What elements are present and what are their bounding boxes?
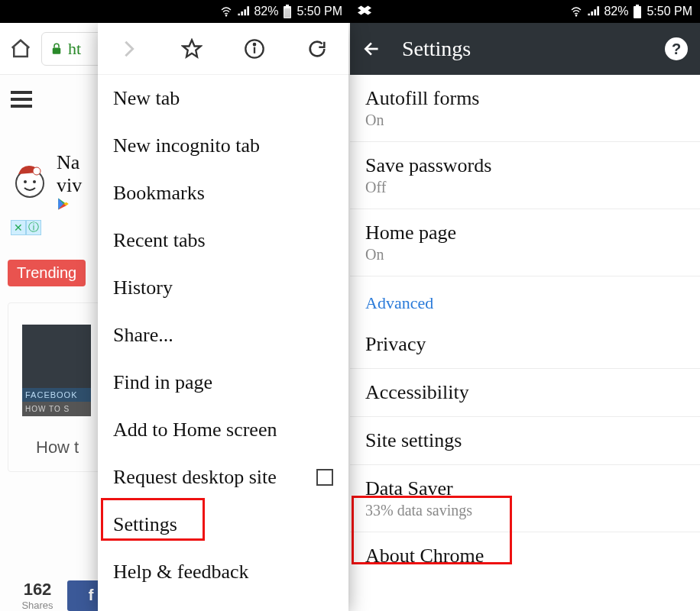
svg-rect-3 [284, 8, 290, 18]
article-thumbnail: FACEBOOK HOW TO S [22, 325, 91, 416]
signal-icon [587, 5, 599, 18]
status-bar-right: 82% 5:50 PM [350, 0, 700, 23]
menu-new-tab[interactable]: New tab [98, 75, 348, 122]
reload-icon[interactable] [306, 38, 328, 60]
dropbox-icon [358, 5, 371, 18]
svg-rect-20 [636, 5, 639, 6]
menu-new-incognito[interactable]: New incognito tab [98, 122, 348, 170]
svg-rect-2 [286, 5, 289, 6]
share-number: 162 [8, 580, 67, 600]
settings-about-chrome[interactable]: About Chrome [350, 532, 700, 580]
menu-icon-row [98, 23, 348, 75]
settings-section-advanced: Advanced [350, 276, 700, 321]
signal-icon [237, 5, 249, 18]
settings-privacy[interactable]: Privacy [350, 321, 700, 369]
clock-time: 5:50 PM [647, 5, 692, 18]
close-ad-icon[interactable]: ✕ [11, 220, 26, 235]
info-icon[interactable] [244, 38, 265, 60]
settings-site-settings[interactable]: Site settings [350, 417, 700, 465]
menu-share[interactable]: Share... [98, 312, 348, 359]
browser-overflow-menu: New tab New incognito tab Bookmarks Rece… [98, 23, 348, 611]
ad-block[interactable]: Na viv [11, 151, 82, 211]
settings-home-page[interactable]: Home page On [350, 209, 700, 276]
share-label: Shares [8, 600, 67, 611]
battery-percent: 82% [604, 5, 628, 18]
settings-title: Settings [402, 37, 645, 61]
screenshot-right: 82% 5:50 PM Settings ? Autofill forms On… [350, 0, 700, 611]
wifi-icon [570, 5, 582, 18]
menu-history[interactable]: History [98, 264, 348, 312]
clock-time: 5:50 PM [297, 5, 342, 18]
ad-choices[interactable]: ✕ ⓘ [11, 220, 41, 235]
star-icon[interactable] [181, 38, 203, 60]
svg-rect-4 [53, 47, 61, 53]
thumb-row1: FACEBOOK [22, 388, 91, 402]
menu-add-to-home[interactable]: Add to Home screen [98, 406, 348, 454]
svg-point-17 [254, 44, 255, 45]
settings-list[interactable]: Autofill forms On Save passwords Off Hom… [350, 75, 700, 611]
settings-accessibility[interactable]: Accessibility [350, 369, 700, 417]
help-icon[interactable]: ? [665, 37, 688, 60]
svg-point-6 [24, 180, 27, 183]
menu-request-desktop[interactable]: Request desktop site [98, 454, 348, 501]
screenshot-left: 82% 5:50 PM ht [0, 0, 350, 611]
ad-text-line2: viv [57, 174, 82, 197]
wifi-icon [220, 5, 232, 18]
share-count: 162 Shares [8, 580, 67, 611]
settings-autofill-forms[interactable]: Autofill forms On [350, 75, 700, 142]
battery-icon [283, 5, 292, 18]
back-arrow-icon[interactable] [362, 39, 382, 59]
svg-point-8 [33, 167, 41, 175]
settings-save-passwords[interactable]: Save passwords Off [350, 142, 700, 209]
ad-text-line1: Na [57, 151, 82, 174]
menu-settings[interactable]: Settings [98, 501, 348, 548]
lock-icon [50, 42, 63, 56]
battery-icon [633, 5, 642, 18]
svg-rect-19 [634, 6, 641, 18]
settings-toolbar: Settings ? [350, 23, 700, 75]
svg-point-7 [33, 180, 36, 183]
menu-find-in-page[interactable]: Find in page [98, 359, 348, 406]
thumb-row2: HOW TO S [22, 402, 91, 416]
forward-icon[interactable] [118, 38, 140, 60]
menu-recent-tabs[interactable]: Recent tabs [98, 217, 348, 264]
trending-badge[interactable]: Trending [8, 260, 86, 286]
info-ad-icon[interactable]: ⓘ [26, 220, 41, 235]
url-text: ht [68, 39, 81, 59]
svg-point-18 [576, 15, 577, 16]
menu-bookmarks[interactable]: Bookmarks [98, 170, 348, 217]
home-icon[interactable] [9, 37, 32, 60]
app-icon [11, 162, 49, 200]
play-store-icon [57, 197, 70, 211]
battery-percent: 82% [254, 5, 278, 18]
status-bar-left: 82% 5:50 PM [0, 0, 350, 23]
menu-help-feedback[interactable]: Help & feedback [98, 548, 348, 596]
svg-point-0 [226, 15, 227, 16]
checkbox-icon[interactable] [316, 469, 333, 486]
settings-data-saver[interactable]: Data Saver 33% data savings [350, 465, 700, 532]
